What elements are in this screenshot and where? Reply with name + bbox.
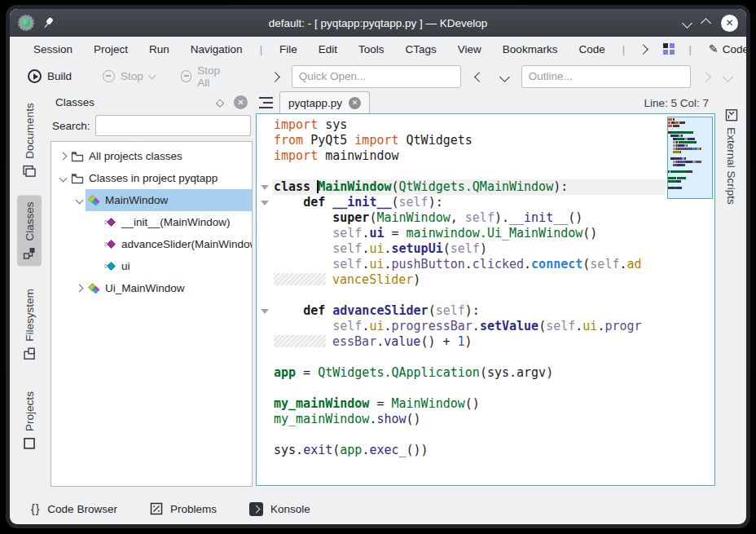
- outline-input[interactable]: [521, 65, 691, 88]
- outline-more-button[interactable]: [721, 69, 735, 84]
- main-area: DocumentsClassesFilesystemProjects Class…: [10, 91, 746, 493]
- pin-icon[interactable]: [40, 15, 56, 31]
- expander-expanded-icon[interactable]: [73, 194, 86, 207]
- menu-group-right: FileEditToolsCTagsViewBookmarksCode: [269, 40, 616, 59]
- menu-view[interactable]: View: [447, 40, 492, 59]
- code-line: from PyQt5 import QtWidgets: [272, 133, 666, 148]
- menu-code[interactable]: Code: [568, 40, 615, 59]
- maximize-button[interactable]: [702, 15, 710, 30]
- stop-icon: [103, 70, 115, 82]
- tree-item-label: ui: [121, 260, 130, 272]
- window-title: default: - [ pyqtapp:pyqtapp.py ] — KDev…: [165, 17, 591, 29]
- dock-tab-label: Documents: [24, 103, 36, 158]
- menu-code-quick[interactable]: ✎ Code: [698, 39, 746, 59]
- code-line: [272, 288, 666, 303]
- outline-dropdown-button[interactable]: [494, 69, 515, 84]
- menu-overflow-button[interactable]: [631, 42, 655, 56]
- code-line: my_mainWindow.show(): [272, 412, 666, 427]
- expander-collapsed-icon[interactable]: [73, 282, 86, 295]
- close-button[interactable]: ✕: [721, 15, 738, 32]
- menu-run[interactable]: Run: [138, 40, 180, 59]
- classes-search-input[interactable]: [95, 115, 251, 136]
- expander-expanded-icon[interactable]: [56, 172, 69, 185]
- minimap[interactable]: [666, 114, 714, 485]
- expander-collapsed-icon[interactable]: [56, 150, 69, 163]
- fold-arrow-icon[interactable]: [261, 185, 269, 190]
- documents-icon: [23, 165, 36, 178]
- dock-tab-documents[interactable]: Documents: [13, 98, 46, 183]
- method-icon: [103, 238, 116, 251]
- desktop-background: default: - [ pyqtapp:pyqtapp.py ] — KDev…: [0, 0, 756, 534]
- classes-icon: [23, 247, 36, 260]
- editor-frame: import sysfrom PyQt5 import QtWidgetsimp…: [256, 113, 715, 486]
- titlebar[interactable]: default: - [ pyqtapp:pyqtapp.py ] — KDev…: [10, 9, 746, 37]
- minimize-button[interactable]: [683, 15, 691, 30]
- tab-close-icon[interactable]: ✕: [349, 97, 361, 109]
- menu-separator: |: [253, 43, 269, 55]
- tree-item-mainwindow[interactable]: MainWindow: [51, 189, 252, 211]
- dock-tab-external-scripts[interactable]: External Scripts: [715, 95, 746, 218]
- editor-tab-pyqtapp[interactable]: pyqtapp.py ✕: [279, 91, 370, 113]
- menu-ctags[interactable]: CTags: [395, 40, 447, 59]
- menu-bookmarks[interactable]: Bookmarks: [492, 40, 569, 59]
- menu-session[interactable]: Session: [23, 40, 83, 59]
- minimap-line: [668, 187, 712, 190]
- quick-open-input[interactable]: [292, 65, 461, 88]
- dock-tab-filesystem[interactable]: Filesystem: [13, 279, 46, 369]
- code-line: super(MainWindow, self).__init__(): [272, 210, 666, 226]
- tree-item-all-projects-classes[interactable]: All projects classes: [51, 145, 252, 167]
- stop-all-icon: [181, 70, 191, 82]
- fold-arrow-icon[interactable]: [261, 309, 269, 314]
- panel-close-icon[interactable]: ✕: [234, 95, 248, 109]
- build-icon: [28, 69, 42, 83]
- tree-item-ui[interactable]: ui: [51, 255, 252, 277]
- menu-navigation[interactable]: Navigation: [180, 40, 253, 59]
- bottom-toolview-bar: {}Code BrowserProblemsKonsole: [10, 493, 746, 524]
- tree-item-advanceslider-mainwindow-[interactable]: advanceSlider(MainWindow): [51, 233, 252, 255]
- code-line: self.ui = mainwindow.Ui_MainWindow(): [272, 226, 666, 241]
- stop-button[interactable]: Stop: [96, 67, 161, 86]
- editor-tabbar: pyqtapp.py ✕ Line: 5 Col: 7: [256, 91, 715, 113]
- code-line: app = QtWidgets.QApplication(sys.argv): [272, 365, 666, 381]
- document-list-icon[interactable]: [259, 97, 273, 108]
- toolview-button-konsole[interactable]: Konsole: [249, 502, 310, 516]
- tree-item-ui-mainwindow[interactable]: Ui_MainWindow: [51, 277, 252, 299]
- build-button[interactable]: Build: [21, 66, 78, 86]
- class-tree: All projects classesClasses in project p…: [51, 141, 253, 487]
- menu-separator: |: [616, 43, 631, 55]
- code-line: def advanceSlider(self):: [272, 303, 666, 319]
- toolbar-expander[interactable]: [265, 69, 285, 84]
- menu-tools[interactable]: Tools: [348, 40, 395, 59]
- fold-margin[interactable]: [257, 114, 272, 485]
- main-toolbar: Build Stop Stop All: [10, 61, 746, 91]
- detach-icon[interactable]: ◇: [216, 96, 224, 108]
- toolview-button-label: Konsole: [270, 503, 310, 515]
- folder-icon: [71, 150, 84, 163]
- code-text-area[interactable]: import sysfrom PyQt5 import QtWidgetsimp…: [272, 114, 666, 485]
- menu-project[interactable]: Project: [83, 40, 138, 59]
- menu-file[interactable]: File: [269, 40, 308, 59]
- menu-separator: |: [683, 43, 698, 55]
- toolview-button-code-browser[interactable]: {}Code Browser: [31, 502, 117, 515]
- tree-guide: [89, 216, 102, 229]
- outline-next-button[interactable]: [697, 69, 714, 84]
- outline-prev-button[interactable]: [468, 69, 488, 84]
- dock-tab-projects[interactable]: Projects: [13, 381, 46, 460]
- toolview-button-problems[interactable]: Problems: [150, 502, 217, 515]
- stop-all-button[interactable]: Stop All: [174, 61, 237, 92]
- code-line: import sys: [272, 117, 666, 133]
- fold-arrow-icon[interactable]: [261, 201, 269, 205]
- tree-item-classes-in-project-pyqtapp[interactable]: Classes in project pyqtapp: [51, 167, 252, 189]
- window-grid-icon[interactable]: [663, 43, 675, 55]
- tree-item--init-mainwindow-[interactable]: __init__(MainWindow): [51, 211, 252, 233]
- classes-panel-header: Classes ◇ ✕: [51, 91, 253, 113]
- external-scripts-icon: [725, 108, 738, 121]
- menu-edit[interactable]: Edit: [308, 40, 348, 59]
- tree-guide: [89, 238, 102, 251]
- konsole-icon: [249, 502, 263, 516]
- dock-tab-classes[interactable]: Classes: [13, 194, 46, 267]
- code-line: self.ui.setupUi(self): [272, 241, 666, 257]
- braces-icon: {}: [31, 502, 40, 515]
- problems-icon: [150, 502, 163, 515]
- classes-toolview: Classes ◇ ✕ Search: All projects classes…: [49, 91, 254, 493]
